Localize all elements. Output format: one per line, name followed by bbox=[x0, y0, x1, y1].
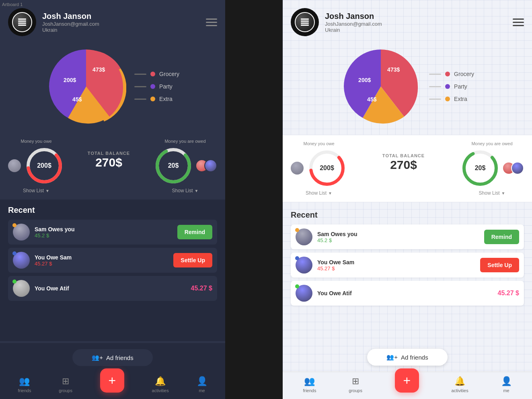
recent-item-1-light: You Owe Sam 45.27 $ Settle Up bbox=[291, 253, 524, 278]
legend-line-party-dark bbox=[134, 86, 146, 87]
legend-line-grocery-light bbox=[429, 74, 441, 75]
legend-item-party-light: Party bbox=[429, 83, 474, 90]
balance-owe-label-dark: Money you owe bbox=[21, 139, 51, 144]
balance-owed-label-light: Money you are owed bbox=[471, 141, 512, 146]
item-info-owe-sam-dark: You Owe Sam 45.27 $ bbox=[35, 254, 168, 267]
legend-line-party-light bbox=[429, 86, 441, 87]
legend-line-extra-dark bbox=[134, 99, 146, 100]
legend-label-extra-dark: Extra bbox=[159, 96, 173, 102]
donut-owed-dark: 20$ bbox=[153, 146, 193, 186]
legend-label-party-light: Party bbox=[454, 83, 467, 90]
avatar-atif-dark bbox=[13, 280, 30, 297]
add-button-light[interactable]: + bbox=[395, 368, 419, 393]
legend-dot-grocery-dark bbox=[150, 72, 155, 76]
user-email-dark: JoshJanson@gmail.com bbox=[42, 21, 200, 27]
nav-groups-light[interactable]: ⊞ groups bbox=[349, 376, 362, 393]
item-amount-owe-atif-light: 45.27 $ bbox=[498, 290, 519, 297]
recent-section-dark: Recent Sam Owes you 45.2 $ Remind You Ow… bbox=[0, 200, 225, 341]
nav-friends-dark[interactable]: 👥 friends bbox=[18, 376, 31, 393]
total-balance-dark: TOTAL BALANCE 270$ bbox=[68, 139, 149, 169]
panel-light: Josh Janson JoshJanson@gmail.com Ukrain … bbox=[283, 0, 532, 399]
owe-avatar-light bbox=[291, 162, 304, 175]
user-name-light: Josh Janson bbox=[325, 12, 507, 21]
settle-up-button-dark[interactable]: Settle Up bbox=[173, 253, 212, 267]
recent-item-0-dark: Sam Owes you 45.2 $ Remind bbox=[8, 220, 217, 245]
avatar-dark bbox=[8, 8, 36, 36]
avatar-icon-dark bbox=[12, 12, 32, 32]
item-name-owe-atif-light: You Owe Atif bbox=[317, 290, 352, 296]
header-dark: Josh Janson JoshJanson@gmail.com Ukrain bbox=[0, 0, 225, 42]
nav-friends-light[interactable]: 👥 friends bbox=[303, 376, 316, 393]
legend-label-grocery-light: Grocery bbox=[454, 71, 474, 77]
legend-dot-extra-dark bbox=[150, 97, 155, 101]
add-button-dark[interactable]: + bbox=[100, 368, 124, 393]
user-country-light: Ukrain bbox=[325, 27, 507, 33]
legend-item-extra-dark: Extra bbox=[134, 96, 179, 102]
menu-icon-light[interactable] bbox=[513, 19, 524, 26]
donut-owed-value-light: 20$ bbox=[475, 165, 486, 172]
recent-title-light: Recent bbox=[291, 210, 524, 220]
recent-item-2-light: You Owe Atif 45.27 $ bbox=[291, 281, 524, 306]
recent-section-light: Recent Sam Owes you 45.2 $ Remind You Ow… bbox=[283, 204, 532, 343]
legend-dot-extra-light bbox=[445, 97, 450, 101]
ad-friends-label-dark: Ad friends bbox=[106, 354, 134, 361]
remind-button-light[interactable]: Remind bbox=[484, 230, 519, 244]
item-info-sam-owes-light: Sam Owes you 45.2 $ bbox=[317, 231, 479, 243]
avatar-sam2-light bbox=[296, 257, 312, 274]
legend-label-extra-light: Extra bbox=[454, 96, 467, 102]
show-list-owe-dark[interactable]: Show List ▼ bbox=[23, 188, 49, 193]
balance-section-light: Money you owe 200$ Show List ▼ bbox=[283, 135, 532, 202]
legend-dark: Grocery Party Extra bbox=[134, 71, 179, 102]
avatar-atif-light bbox=[296, 285, 312, 302]
recent-item-1-dark: You Owe Sam 45.27 $ Settle Up bbox=[8, 248, 217, 273]
nav-activities-light[interactable]: 🔔 activities bbox=[452, 376, 468, 393]
legend-item-party-dark: Party bbox=[134, 83, 179, 90]
donut-owe-value-light: 200$ bbox=[320, 165, 334, 172]
panel-dark: Artboard 1 Josh Janson JoshJanson@gmail.… bbox=[0, 0, 225, 399]
total-balance-value-dark: 270$ bbox=[95, 156, 122, 169]
groups-icon-light: ⊞ bbox=[352, 376, 359, 387]
avatar-bars-dark bbox=[18, 19, 26, 26]
show-list-owed-dark[interactable]: Show List ▼ bbox=[172, 188, 199, 193]
item-name-sam-owes-light: Sam Owes you bbox=[317, 231, 479, 237]
show-list-owed-light[interactable]: Show List ▼ bbox=[479, 190, 505, 196]
item-info-sam-owes-dark: Sam Owes you 45.2 $ bbox=[35, 226, 173, 239]
chart-section-dark: 200$ 473$ 45$ Grocery Party Extra bbox=[0, 42, 225, 135]
avatar-bars-light bbox=[301, 19, 309, 26]
item-amount-owe-sam-dark: 45.27 $ bbox=[35, 261, 168, 267]
balance-owe-dark: Money you owe 200$ Show List ▼ bbox=[8, 139, 64, 193]
pie-chart-light: 200$ 473$ 45$ bbox=[341, 46, 421, 127]
owe-avatar-dark bbox=[8, 159, 21, 172]
item-name-owe-sam-dark: You Owe Sam bbox=[35, 254, 168, 261]
remind-button-dark[interactable]: Remind bbox=[177, 225, 212, 239]
groups-icon-dark: ⊞ bbox=[62, 376, 69, 387]
ad-friends-section-light: 👥+ Ad friends bbox=[283, 345, 532, 372]
legend-line-extra-light bbox=[429, 99, 441, 100]
settle-up-button-light[interactable]: Settle Up bbox=[480, 258, 519, 272]
add-plus-icon-dark: + bbox=[108, 374, 116, 387]
activities-icon-light: 🔔 bbox=[454, 376, 465, 387]
me-icon-dark: 👤 bbox=[197, 376, 207, 387]
nav-me-light[interactable]: 👤 me bbox=[501, 376, 512, 393]
menu-icon-dark[interactable] bbox=[206, 19, 217, 26]
nav-activities-dark[interactable]: 🔔 activities bbox=[152, 376, 169, 393]
recent-item-0-light: Sam Owes you 45.2 $ Remind bbox=[291, 224, 524, 249]
overlap-avatars-light bbox=[502, 162, 524, 175]
ad-friends-button-dark[interactable]: 👥+ Ad friends bbox=[72, 349, 153, 366]
balance-owe-label-light: Money you owe bbox=[303, 141, 334, 146]
legend-dot-grocery-light bbox=[445, 72, 450, 76]
nav-me-dark[interactable]: 👤 me bbox=[197, 376, 207, 393]
nav-groups-dark[interactable]: ⊞ groups bbox=[59, 376, 72, 393]
legend-label-party-dark: Party bbox=[159, 83, 173, 90]
me-icon-light: 👤 bbox=[501, 376, 512, 387]
show-list-owe-light[interactable]: Show List ▼ bbox=[306, 190, 332, 196]
balance-owed-light: Money you are owed 20$ Show List ▼ bbox=[460, 141, 524, 196]
me-label-dark: me bbox=[199, 388, 205, 393]
ad-friends-button-light[interactable]: 👥+ Ad friends bbox=[367, 349, 448, 366]
balance-owe-light: Money you owe 200$ Show List ▼ bbox=[291, 141, 347, 196]
donut-owe-value-dark: 200$ bbox=[37, 162, 51, 169]
total-balance-label-dark: TOTAL BALANCE bbox=[88, 151, 130, 156]
friends-label-light: friends bbox=[303, 388, 316, 393]
artboard-label: Artboard 1 bbox=[2, 2, 23, 7]
user-name-dark: Josh Janson bbox=[42, 12, 200, 21]
